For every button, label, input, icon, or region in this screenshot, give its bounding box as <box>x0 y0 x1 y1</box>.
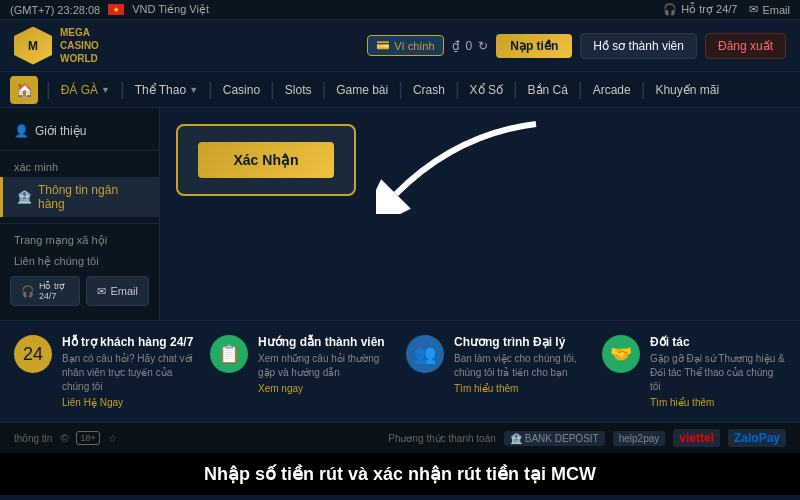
support-link[interactable]: 🎧 Hỗ trợ 24/7 <box>663 3 737 16</box>
support-link-card[interactable]: Liên Hệ Ngay <box>62 397 198 408</box>
sidebar-bank-item[interactable]: 🏦 Thông tin ngân hàng <box>0 177 159 217</box>
flag-icon: ★ <box>108 4 124 15</box>
currency-icon: ₫ <box>452 39 460 53</box>
language-label[interactable]: VND Tiếng Việt <box>132 3 209 16</box>
info-card-support: 24 Hỗ trợ khách hàng 24/7 Bạn có câu hỏi… <box>14 335 198 408</box>
bank-icon-footer: 🏦 <box>510 433 522 444</box>
sidebar-xacminh-label: xác minh <box>0 157 159 177</box>
logo-icon: M <box>14 27 52 65</box>
star-icon: ☆ <box>108 433 117 444</box>
footer-bar: thông tin © 18+ ☆ Phương thức thanh toán… <box>0 422 800 453</box>
logo-text: MEGA CASINO WORLD <box>60 26 99 65</box>
arrow-graphic <box>376 114 556 214</box>
info-card-partner: 🤝 Đối tác Gặp gỡ Đại sứ Thương hiệu & Đố… <box>602 335 786 408</box>
home-icon: 🏠 <box>16 82 33 98</box>
intro-icon: 👤 <box>14 124 29 138</box>
xac-nhan-button[interactable]: Xác Nhận <box>198 142 334 178</box>
arrow-container <box>376 114 556 217</box>
bottom-title: Nhập số tiền rút và xác nhận rút tiền tạ… <box>0 453 800 495</box>
support-desc: Bạn có câu hỏi? Hãy chat với nhân viên t… <box>62 352 198 394</box>
guide-link[interactable]: Xem ngay <box>258 383 394 394</box>
nav-item-gamebai[interactable]: Game bài <box>326 72 398 108</box>
balance-value: 0 <box>466 39 473 53</box>
footer-left: thông tin © 18+ ☆ <box>14 431 117 445</box>
vi-chinh-badge: 💳 Ví chính <box>367 35 443 56</box>
sidebar-contact-buttons: 🎧 Hỗ trợ 24/7 ✉ Email <box>0 272 159 310</box>
email-icon: ✉ <box>749 3 758 16</box>
viettel-text: viettel <box>679 431 714 445</box>
main-content: 👤 Giới thiệu xác minh 🏦 Thông tin ngân h… <box>0 108 800 320</box>
guide-title: Hướng dẫn thành viên <box>258 335 394 349</box>
info-card-guide: 📋 Hướng dẫn thành viên Xem những câu hỏi… <box>210 335 394 408</box>
zalopay-badge: ZaloPay <box>728 429 786 447</box>
confirm-area: Xác Nhận <box>176 124 356 196</box>
footer-payment: Phương thức thanh toán 🏦 BANK DEPOSIT he… <box>388 429 786 447</box>
agent-link[interactable]: Tìm hiểu thêm <box>454 383 590 394</box>
nav-item-khuyenmai[interactable]: Khuyến mãi <box>645 72 729 108</box>
agent-desc: Ban làm việc cho chúng tôi, chúng tôi tr… <box>454 352 590 380</box>
bank-icon: 🏦 <box>17 190 32 204</box>
nav-item-xoso[interactable]: Xổ Số <box>460 72 513 108</box>
bottom-title-text: Nhập số tiền rút và xác nhận rút tiền tạ… <box>204 464 596 484</box>
partner-title: Đối tác <box>650 335 786 349</box>
top-bar: (GMT+7) 23:28:08 ★ VND Tiếng Việt 🎧 Hỗ t… <box>0 0 800 20</box>
header-right: 💳 Ví chính ₫ 0 ↻ Nạp tiền Hồ sơ thành vi… <box>367 33 786 59</box>
partner-link[interactable]: Tìm hiểu thêm <box>650 397 786 408</box>
info-card-agent: 👥 Chương trình Đại lý Ban làm việc cho c… <box>406 335 590 408</box>
help2pay-badge: help2pay <box>613 431 666 446</box>
wallet-icon: 💳 <box>376 39 390 52</box>
age-icon: 18+ <box>76 431 99 445</box>
confirm-box: Xác Nhận <box>176 124 356 196</box>
balance-area: ₫ 0 ↻ <box>452 39 489 53</box>
payment-label: Phương thức thanh toán <box>388 433 496 444</box>
sidebar-support-btn[interactable]: 🎧 Hỗ trợ 24/7 <box>10 276 80 306</box>
sidebar-divider-2 <box>0 223 159 224</box>
agent-title: Chương trình Đại lý <box>454 335 590 349</box>
partner-icon: 🤝 <box>602 335 640 373</box>
sidebar: 👤 Giới thiệu xác minh 🏦 Thông tin ngân h… <box>0 108 160 320</box>
sidebar-social-label: Trang mạng xã hội <box>0 230 159 251</box>
support-icon: 🎧 <box>21 285 35 298</box>
nav-item-crash[interactable]: Crash <box>403 72 455 108</box>
partner-desc: Gặp gỡ Đại sứ Thương hiệu & Đối tác Thể … <box>650 352 786 394</box>
thong-tin-label: thông tin <box>14 433 52 444</box>
content-panel: Xác Nhận <box>160 108 800 320</box>
guide-icon: 📋 <box>210 335 248 373</box>
nav-item-arcade[interactable]: Arcade <box>583 72 641 108</box>
email-icon-sidebar: ✉ <box>97 285 106 298</box>
refresh-icon[interactable]: ↻ <box>478 39 488 53</box>
info-cards: 24 Hỗ trợ khách hàng 24/7 Bạn có câu hỏi… <box>0 320 800 422</box>
sidebar-contact-label: Liên hệ chúng tôi <box>0 251 159 272</box>
nav-home-button[interactable]: 🏠 <box>10 76 38 104</box>
sidebar-email-btn[interactable]: ✉ Email <box>86 276 149 306</box>
nav-item-banca[interactable]: Bắn Cá <box>518 72 578 108</box>
ho-so-button[interactable]: Hồ sơ thành viên <box>580 33 697 59</box>
nav-item-slots[interactable]: Slots <box>275 72 322 108</box>
nap-tien-button[interactable]: Nạp tiền <box>496 34 572 58</box>
viettel-badge: viettel <box>673 429 720 447</box>
top-bar-right: 🎧 Hỗ trợ 24/7 ✉ Email <box>663 3 790 16</box>
agent-icon: 👥 <box>406 335 444 373</box>
email-link[interactable]: ✉ Email <box>749 3 790 16</box>
support-24-icon: 24 <box>14 335 52 373</box>
top-bar-left: (GMT+7) 23:28:08 ★ VND Tiếng Việt <box>10 3 209 16</box>
headset-icon: 🎧 <box>663 3 677 16</box>
c-icon: © <box>60 432 68 444</box>
logo-area: M MEGA CASINO WORLD <box>14 26 99 65</box>
nav-arrow-thethao: ▼ <box>189 85 198 95</box>
zalopay-text: ZaloPay <box>734 431 780 445</box>
dang-xuat-button[interactable]: Đăng xuất <box>705 33 786 59</box>
nav-item-casino[interactable]: Casino <box>213 72 270 108</box>
header: M MEGA CASINO WORLD 💳 Ví chính ₫ 0 ↻ Nạp… <box>0 20 800 72</box>
bank-deposit-badge: 🏦 BANK DEPOSIT <box>504 431 605 446</box>
timezone: (GMT+7) 23:28:08 <box>10 4 100 16</box>
nav-bar: 🏠 | ĐÁ GÀ ▼ | Thể Thao ▼ | Casino | Slot… <box>0 72 800 108</box>
guide-desc: Xem những câu hỏi thường gặp và hướng dẫ… <box>258 352 394 380</box>
nav-item-thethao[interactable]: Thể Thao ▼ <box>125 72 208 108</box>
sidebar-intro-item[interactable]: 👤 Giới thiệu <box>0 118 159 144</box>
nav-item-daga[interactable]: ĐÁ GÀ ▼ <box>51 72 120 108</box>
nav-arrow-daga: ▼ <box>101 85 110 95</box>
sidebar-divider-1 <box>0 150 159 151</box>
support-title: Hỗ trợ khách hàng 24/7 <box>62 335 198 349</box>
